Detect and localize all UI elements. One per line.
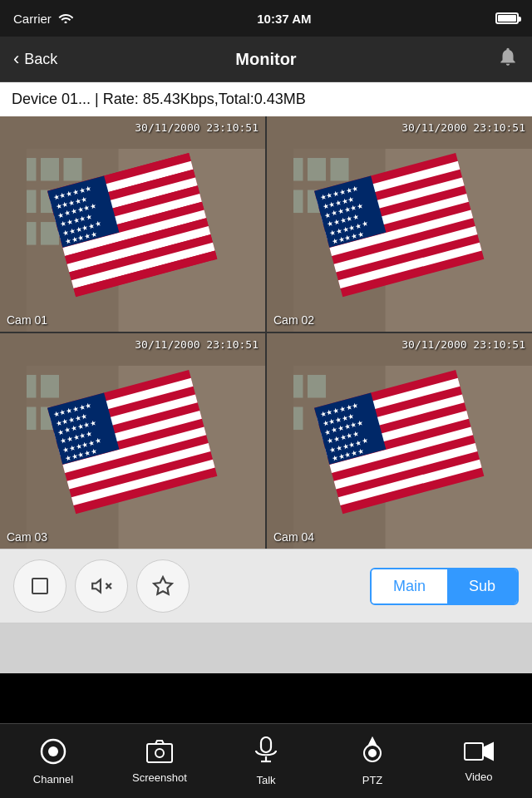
svg-marker-106 xyxy=(483,743,493,760)
svg-rect-73 xyxy=(293,375,303,398)
svg-rect-74 xyxy=(308,375,326,398)
stream-selector: Main Sub xyxy=(370,568,519,605)
square-button[interactable] xyxy=(13,559,66,613)
cam-cell-04[interactable]: ★★★★★★ ★★★★★ ★★★★★★ ★★★★★ ★★★★★★ ★★★★★ 3… xyxy=(267,333,532,549)
device-info-text: Device 01... | Rate: 85.43Kbps,Total:0.4… xyxy=(12,91,306,107)
cam04-timestamp: 30/11/2000 23:10:51 xyxy=(401,338,525,351)
video-icon xyxy=(464,740,494,767)
back-chevron-icon: ‹ xyxy=(13,48,19,70)
back-label: Back xyxy=(24,51,57,68)
ptz-icon xyxy=(358,736,387,771)
svg-rect-3 xyxy=(41,158,59,181)
svg-rect-75 xyxy=(293,406,303,430)
svg-point-96 xyxy=(48,746,58,756)
star-button[interactable] xyxy=(136,559,190,613)
cam-cell-01[interactable]: ★★★★★★ ★★★★★ ★★★★★★ ★★★★★ ★★★★★★ ★★★★★ 3… xyxy=(0,116,265,332)
camera-grid: ★★★★★★ ★★★★★ ★★★★★★ ★★★★★ ★★★★★★ ★★★★★ 3… xyxy=(0,116,532,549)
cam02-label: Cam 02 xyxy=(273,313,314,327)
svg-rect-4 xyxy=(63,158,81,181)
tab-talk[interactable]: Talk xyxy=(224,736,308,786)
cam04-label: Cam 04 xyxy=(273,530,314,544)
status-bar: Carrier 10:37 AM xyxy=(0,0,532,37)
tab-ptz-label: PTZ xyxy=(362,774,383,786)
carrier-label: Carrier xyxy=(13,12,52,26)
svg-rect-55 xyxy=(27,406,36,430)
svg-rect-54 xyxy=(41,375,59,398)
svg-rect-99 xyxy=(261,737,271,752)
cam03-label: Cam 03 xyxy=(7,530,47,544)
screenshot-icon xyxy=(145,739,174,768)
nav-bar: ‹ Back Monitor xyxy=(0,37,532,82)
tab-video[interactable]: Video xyxy=(437,740,520,783)
tab-screenshot-label: Screenshot xyxy=(132,771,187,784)
wifi-icon xyxy=(58,12,73,26)
mute-button[interactable] xyxy=(75,559,128,613)
channel-icon xyxy=(39,737,67,770)
tab-video-label: Video xyxy=(465,771,492,783)
cam-cell-02[interactable]: ★★★★★★ ★★★★★ ★★★★★★ ★★★★★ ★★★★★★ ★★★★★ 3… xyxy=(267,116,532,332)
tab-channel-label: Channel xyxy=(33,773,73,786)
svg-marker-91 xyxy=(92,579,101,592)
mic-icon xyxy=(254,736,278,771)
svg-rect-53 xyxy=(27,375,36,398)
back-button[interactable]: ‹ Back xyxy=(13,48,57,70)
cam-cell-03[interactable]: ★★★★★★ ★★★★★ ★★★★★★ ★★★★★ ★★★★★★ ★★★★★ 3… xyxy=(0,333,265,549)
svg-rect-5 xyxy=(27,190,36,213)
battery-icon xyxy=(495,12,519,24)
svg-marker-104 xyxy=(369,738,376,745)
svg-rect-32 xyxy=(293,158,303,181)
nav-title: Monitor xyxy=(235,50,296,69)
cam01-timestamp: 30/11/2000 23:10:51 xyxy=(135,121,259,134)
svg-rect-2 xyxy=(27,158,36,181)
bell-icon[interactable] xyxy=(497,46,519,72)
status-time: 10:37 AM xyxy=(257,12,311,26)
svg-point-98 xyxy=(155,749,164,757)
main-stream-button[interactable]: Main xyxy=(372,569,447,603)
svg-marker-94 xyxy=(154,577,172,594)
svg-point-103 xyxy=(369,750,376,756)
svg-rect-34 xyxy=(330,158,348,181)
svg-rect-33 xyxy=(308,158,326,181)
svg-rect-8 xyxy=(41,222,59,245)
svg-rect-105 xyxy=(465,743,483,760)
tab-talk-label: Talk xyxy=(256,774,275,786)
cam02-timestamp: 30/11/2000 23:10:51 xyxy=(401,121,525,134)
svg-rect-35 xyxy=(293,190,303,213)
svg-rect-7 xyxy=(27,222,36,245)
sub-stream-button[interactable]: Sub xyxy=(447,569,517,603)
cam01-label: Cam 01 xyxy=(7,313,47,327)
svg-rect-90 xyxy=(32,579,47,594)
device-info: Device 01... | Rate: 85.43Kbps,Total:0.4… xyxy=(0,82,532,116)
svg-rect-97 xyxy=(147,744,172,762)
toolbar: Main Sub xyxy=(0,549,532,623)
tab-screenshot[interactable]: Screenshot xyxy=(118,739,201,784)
tab-bar: Channel Screenshot Talk xyxy=(0,723,532,798)
mid-spacer xyxy=(0,623,532,673)
tab-channel[interactable]: Channel xyxy=(12,737,95,786)
tab-ptz[interactable]: PTZ xyxy=(331,736,414,786)
cam03-timestamp: 30/11/2000 23:10:51 xyxy=(135,338,259,351)
